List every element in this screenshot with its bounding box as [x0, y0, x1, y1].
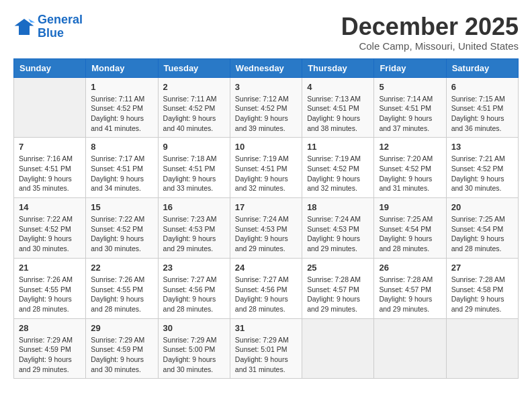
- calendar-cell: 19Sunrise: 7:25 AMSunset: 4:54 PMDayligh…: [374, 198, 446, 259]
- day-info: Sunrise: 7:26 AMSunset: 4:55 PMDaylight:…: [91, 275, 152, 314]
- day-info: Sunrise: 7:21 AMSunset: 4:52 PMDaylight:…: [451, 154, 513, 193]
- calendar-cell: [302, 318, 374, 379]
- day-info: Sunrise: 7:24 AMSunset: 4:53 PMDaylight:…: [235, 214, 297, 254]
- calendar-cell: 12Sunrise: 7:20 AMSunset: 4:52 PMDayligh…: [374, 138, 446, 198]
- day-info: Sunrise: 7:11 AMSunset: 4:52 PMDaylight:…: [163, 94, 225, 134]
- calendar-header-row: SundayMondayTuesdayWednesdayThursdayFrid…: [14, 58, 519, 77]
- calendar-cell: 4Sunrise: 7:13 AMSunset: 4:51 PMDaylight…: [302, 77, 374, 138]
- day-info: Sunrise: 7:29 AMSunset: 5:01 PMDaylight:…: [235, 335, 297, 375]
- day-number: 4: [307, 82, 369, 92]
- weekday-header-friday: Friday: [374, 58, 446, 77]
- day-info: Sunrise: 7:20 AMSunset: 4:52 PMDaylight:…: [379, 154, 441, 193]
- calendar-cell: 22Sunrise: 7:26 AMSunset: 4:55 PMDayligh…: [86, 258, 158, 318]
- day-info: Sunrise: 7:16 AMSunset: 4:51 PMDaylight:…: [19, 154, 81, 193]
- day-info: Sunrise: 7:27 AMSunset: 4:56 PMDaylight:…: [163, 275, 225, 314]
- calendar-cell: 15Sunrise: 7:22 AMSunset: 4:52 PMDayligh…: [86, 198, 158, 259]
- calendar-subtitle: Cole Camp, Missouri, United States: [341, 40, 519, 52]
- calendar-cell: 3Sunrise: 7:12 AMSunset: 4:52 PMDaylight…: [230, 77, 302, 138]
- calendar-week-row: 14Sunrise: 7:22 AMSunset: 4:52 PMDayligh…: [14, 198, 519, 259]
- calendar-cell: 13Sunrise: 7:21 AMSunset: 4:52 PMDayligh…: [446, 138, 518, 198]
- calendar-cell: [14, 77, 86, 138]
- svg-marker-1: [28, 19, 35, 23]
- weekday-header-tuesday: Tuesday: [158, 58, 230, 77]
- day-number: 13: [451, 142, 513, 152]
- day-number: 29: [91, 323, 152, 333]
- calendar-cell: 8Sunrise: 7:17 AMSunset: 4:51 PMDaylight…: [86, 138, 158, 198]
- day-number: 8: [91, 142, 152, 152]
- day-info: Sunrise: 7:23 AMSunset: 4:53 PMDaylight:…: [163, 214, 225, 254]
- day-number: 27: [451, 263, 513, 273]
- logo: GeneralBlue: [13, 13, 83, 40]
- day-info: Sunrise: 7:19 AMSunset: 4:52 PMDaylight:…: [307, 154, 369, 193]
- day-number: 2: [163, 82, 225, 92]
- logo-text: GeneralBlue: [38, 13, 83, 40]
- day-info: Sunrise: 7:13 AMSunset: 4:51 PMDaylight:…: [307, 94, 369, 134]
- weekday-header-wednesday: Wednesday: [230, 58, 302, 77]
- calendar-cell: [446, 318, 518, 379]
- day-info: Sunrise: 7:29 AMSunset: 4:59 PMDaylight:…: [19, 335, 81, 375]
- day-info: Sunrise: 7:29 AMSunset: 5:00 PMDaylight:…: [163, 335, 225, 375]
- weekday-header-saturday: Saturday: [446, 58, 518, 77]
- calendar-cell: 6Sunrise: 7:15 AMSunset: 4:51 PMDaylight…: [446, 77, 518, 138]
- calendar-cell: 27Sunrise: 7:28 AMSunset: 4:58 PMDayligh…: [446, 258, 518, 318]
- calendar-cell: 23Sunrise: 7:27 AMSunset: 4:56 PMDayligh…: [158, 258, 230, 318]
- day-number: 16: [163, 202, 225, 212]
- day-number: 7: [19, 142, 81, 152]
- day-number: 11: [307, 142, 369, 152]
- day-number: 23: [163, 263, 225, 273]
- calendar-cell: 28Sunrise: 7:29 AMSunset: 4:59 PMDayligh…: [14, 318, 86, 379]
- day-number: 31: [235, 323, 297, 333]
- calendar-cell: 7Sunrise: 7:16 AMSunset: 4:51 PMDaylight…: [14, 138, 86, 198]
- day-info: Sunrise: 7:14 AMSunset: 4:51 PMDaylight:…: [379, 94, 441, 134]
- day-info: Sunrise: 7:17 AMSunset: 4:51 PMDaylight:…: [91, 154, 152, 193]
- calendar-cell: 11Sunrise: 7:19 AMSunset: 4:52 PMDayligh…: [302, 138, 374, 198]
- day-number: 28: [19, 323, 81, 333]
- calendar-cell: 29Sunrise: 7:29 AMSunset: 4:59 PMDayligh…: [86, 318, 158, 379]
- day-number: 12: [379, 142, 441, 152]
- day-number: 6: [451, 82, 513, 92]
- calendar-cell: 16Sunrise: 7:23 AMSunset: 4:53 PMDayligh…: [158, 198, 230, 259]
- weekday-header-thursday: Thursday: [302, 58, 374, 77]
- day-info: Sunrise: 7:28 AMSunset: 4:57 PMDaylight:…: [379, 275, 441, 314]
- day-info: Sunrise: 7:27 AMSunset: 4:56 PMDaylight:…: [235, 275, 297, 314]
- calendar-cell: 2Sunrise: 7:11 AMSunset: 4:52 PMDaylight…: [158, 77, 230, 138]
- calendar-cell: 24Sunrise: 7:27 AMSunset: 4:56 PMDayligh…: [230, 258, 302, 318]
- day-number: 21: [19, 263, 81, 273]
- calendar-cell: 21Sunrise: 7:26 AMSunset: 4:55 PMDayligh…: [14, 258, 86, 318]
- day-number: 25: [307, 263, 369, 273]
- calendar-table: SundayMondayTuesdayWednesdayThursdayFrid…: [13, 58, 519, 379]
- day-info: Sunrise: 7:26 AMSunset: 4:55 PMDaylight:…: [19, 275, 81, 314]
- title-block: December 2025 Cole Camp, Missouri, Unite…: [341, 13, 519, 52]
- calendar-cell: 20Sunrise: 7:25 AMSunset: 4:54 PMDayligh…: [446, 198, 518, 259]
- day-number: 15: [91, 202, 152, 212]
- day-number: 20: [451, 202, 513, 212]
- day-info: Sunrise: 7:19 AMSunset: 4:51 PMDaylight:…: [235, 154, 297, 193]
- weekday-header-sunday: Sunday: [14, 58, 86, 77]
- day-number: 26: [379, 263, 441, 273]
- day-info: Sunrise: 7:22 AMSunset: 4:52 PMDaylight:…: [19, 214, 81, 254]
- day-info: Sunrise: 7:25 AMSunset: 4:54 PMDaylight:…: [451, 214, 513, 254]
- calendar-cell: 25Sunrise: 7:28 AMSunset: 4:57 PMDayligh…: [302, 258, 374, 318]
- calendar-title: December 2025: [341, 13, 519, 40]
- day-info: Sunrise: 7:15 AMSunset: 4:51 PMDaylight:…: [451, 94, 513, 134]
- day-number: 1: [91, 82, 152, 92]
- day-number: 17: [235, 202, 297, 212]
- calendar-cell: [374, 318, 446, 379]
- calendar-cell: 17Sunrise: 7:24 AMSunset: 4:53 PMDayligh…: [230, 198, 302, 259]
- day-number: 5: [379, 82, 441, 92]
- weekday-header-monday: Monday: [86, 58, 158, 77]
- day-number: 19: [379, 202, 441, 212]
- calendar-cell: 1Sunrise: 7:11 AMSunset: 4:52 PMDaylight…: [86, 77, 158, 138]
- calendar-cell: 14Sunrise: 7:22 AMSunset: 4:52 PMDayligh…: [14, 198, 86, 259]
- logo-icon: [13, 16, 35, 38]
- day-info: Sunrise: 7:29 AMSunset: 4:59 PMDaylight:…: [91, 335, 152, 375]
- day-info: Sunrise: 7:24 AMSunset: 4:53 PMDaylight:…: [307, 214, 369, 254]
- day-number: 14: [19, 202, 81, 212]
- day-number: 9: [163, 142, 225, 152]
- day-info: Sunrise: 7:11 AMSunset: 4:52 PMDaylight:…: [91, 94, 152, 134]
- calendar-week-row: 7Sunrise: 7:16 AMSunset: 4:51 PMDaylight…: [14, 138, 519, 198]
- day-number: 10: [235, 142, 297, 152]
- day-number: 30: [163, 323, 225, 333]
- day-info: Sunrise: 7:12 AMSunset: 4:52 PMDaylight:…: [235, 94, 297, 134]
- day-info: Sunrise: 7:28 AMSunset: 4:57 PMDaylight:…: [307, 275, 369, 314]
